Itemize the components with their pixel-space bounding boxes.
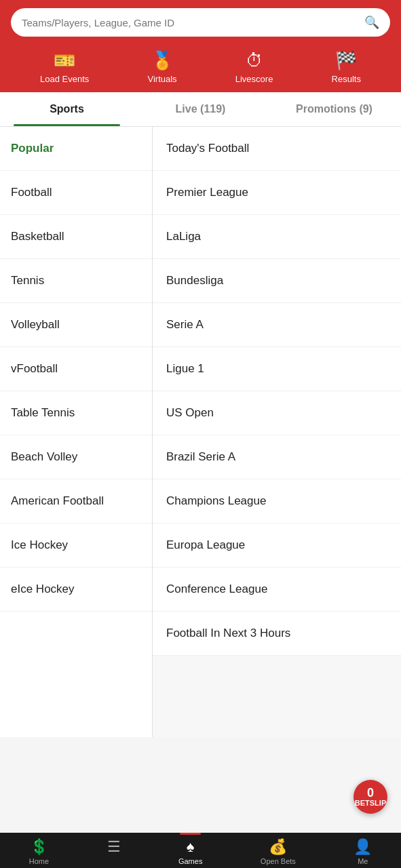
sidebar-item-volleyball[interactable]: Volleyball: [0, 303, 152, 347]
search-bar[interactable]: 🔍: [11, 8, 390, 37]
search-icon[interactable]: 🔍: [364, 15, 379, 30]
sidebar-item-table-tennis[interactable]: Table Tennis: [0, 391, 152, 435]
sidebar-item-eice-hockey[interactable]: eIce Hockey: [0, 568, 152, 612]
league-premier-league[interactable]: Premier League: [153, 171, 401, 215]
header: 🔍 🎫 Load Events 🏅 Virtuals ⏱ Livescore 🏁…: [0, 0, 401, 92]
tabs: Sports Live (119) Promotions (9): [0, 92, 401, 127]
livescore-icon: ⏱: [246, 50, 263, 71]
league-todays-football[interactable]: Today's Football: [153, 127, 401, 171]
tab-sports[interactable]: Sports: [0, 92, 134, 126]
league-champions-league[interactable]: Champions League: [153, 479, 401, 524]
load-events-button[interactable]: 🎫 Load Events: [35, 47, 94, 87]
league-bundesliga[interactable]: Bundesliga: [153, 259, 401, 303]
livescore-label: Livescore: [235, 74, 273, 84]
tab-live[interactable]: Live (119): [134, 92, 267, 126]
nav-buttons: 🎫 Load Events 🏅 Virtuals ⏱ Livescore 🏁 R…: [11, 47, 390, 92]
virtuals-label: Virtuals: [147, 74, 176, 84]
livescore-button[interactable]: ⏱ Livescore: [230, 47, 279, 87]
load-events-label: Load Events: [40, 74, 89, 84]
sidebar-item-tennis[interactable]: Tennis: [0, 259, 152, 303]
tab-promotions[interactable]: Promotions (9): [267, 92, 401, 126]
league-ligue-1[interactable]: Ligue 1: [153, 347, 401, 391]
sidebar-item-popular[interactable]: Popular: [0, 127, 152, 171]
sidebar-item-beach-volley[interactable]: Beach Volley: [0, 435, 152, 479]
load-events-icon: 🎫: [54, 50, 75, 71]
leagues-panel: Today's Football Premier League LaLiga B…: [153, 127, 401, 737]
league-conference-league[interactable]: Conference League: [153, 568, 401, 612]
league-us-open[interactable]: US Open: [153, 391, 401, 435]
main-content: Popular Football Basketball Tennis Volle…: [0, 127, 401, 737]
league-europa-league[interactable]: Europa League: [153, 524, 401, 568]
results-button[interactable]: 🏁 Results: [326, 47, 366, 87]
virtuals-icon: 🏅: [151, 50, 173, 71]
league-brazil-serie-a[interactable]: Brazil Serie A: [153, 435, 401, 479]
league-serie-a[interactable]: Serie A: [153, 303, 401, 347]
sidebar-item-basketball[interactable]: Basketball: [0, 215, 152, 259]
sidebar: Popular Football Basketball Tennis Volle…: [0, 127, 153, 737]
results-label: Results: [332, 74, 361, 84]
search-input[interactable]: [22, 17, 364, 28]
sidebar-item-football[interactable]: Football: [0, 171, 152, 215]
virtuals-button[interactable]: 🏅 Virtuals: [142, 47, 182, 87]
sidebar-item-vfootball[interactable]: vFootball: [0, 347, 152, 391]
sidebar-item-ice-hockey[interactable]: Ice Hockey: [0, 524, 152, 568]
league-laliga[interactable]: LaLiga: [153, 215, 401, 259]
sidebar-item-american-football[interactable]: American Football: [0, 479, 152, 524]
league-football-next-3-hours[interactable]: Football In Next 3 Hours: [153, 612, 401, 656]
results-icon: 🏁: [335, 50, 357, 71]
